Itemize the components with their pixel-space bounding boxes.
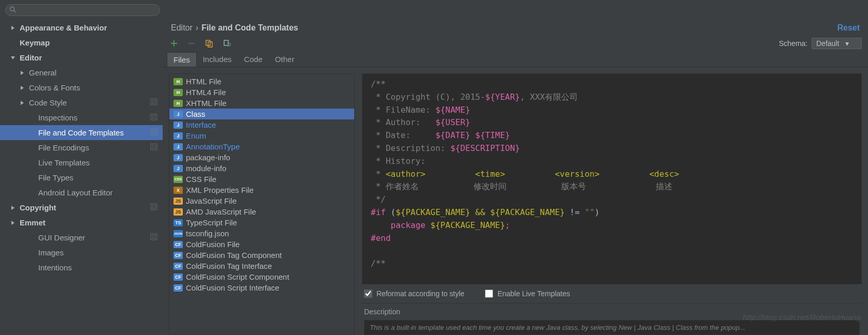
template-item-coldfusion-tag-interface[interactable]: CFColdFusion Tag Interface	[169, 261, 354, 271]
file-type-icon: H	[173, 89, 183, 96]
nav-item-gui-designer[interactable]: GUI Designer	[0, 230, 163, 245]
breadcrumb-sep: ›	[196, 23, 198, 33]
search-icon	[9, 6, 17, 14]
nav-item-label: Appearance & Behavior	[20, 23, 107, 32]
template-item-html4-file[interactable]: HHTML4 File	[169, 87, 354, 98]
reset-link[interactable]: Reset	[837, 23, 860, 33]
nav-item-android-layout-editor[interactable]: Android Layout Editor	[0, 185, 163, 200]
tab-other[interactable]: Other	[269, 52, 301, 67]
nav-item-general[interactable]: General	[0, 65, 163, 80]
file-type-icon: J	[173, 154, 183, 161]
description-text: This is a built-in template used each ti…	[364, 320, 860, 335]
template-item-coldfusion-file[interactable]: CFColdFusion File	[169, 239, 354, 250]
live-templates-checkbox-input[interactable]	[485, 290, 493, 298]
template-item-interface[interactable]: JInterface	[169, 119, 354, 130]
scope-icon	[150, 143, 157, 152]
template-item-coldfusion-script-interface[interactable]: CFColdFusion Script Interface	[169, 282, 354, 293]
breadcrumb-part: File and Code Templates	[201, 23, 298, 33]
template-item-html-file[interactable]: HHTML File	[169, 76, 354, 87]
nav-item-label: File and Code Templates	[38, 128, 124, 137]
nav-item-file-and-code-templates[interactable]: File and Code Templates	[0, 125, 163, 140]
svg-rect-7	[152, 130, 155, 133]
template-item-coldfusion-tag-component[interactable]: CFColdFusion Tag Component	[169, 250, 354, 261]
refresh-button[interactable]	[222, 38, 232, 49]
svg-rect-9	[152, 145, 155, 148]
scope-icon	[150, 98, 157, 107]
nav-item-editor[interactable]: Editor	[0, 50, 163, 65]
template-item-annotationtype[interactable]: JAnnotationType	[169, 141, 354, 152]
nav-item-intentions[interactable]: Intentions	[0, 260, 163, 275]
nav-item-emmet[interactable]: Emmet	[0, 215, 163, 230]
reformat-checkbox[interactable]: Reformat according to style	[364, 290, 464, 298]
file-type-icon: J	[173, 132, 183, 140]
template-item-typescript-file[interactable]: TSTypeScript File	[169, 217, 354, 228]
template-label: XML Properties File	[186, 186, 254, 194]
tab-bar: FilesIncludesCodeOther	[163, 52, 868, 67]
svg-rect-6	[151, 129, 157, 135]
template-item-class[interactable]: JClass	[169, 109, 354, 119]
tab-code[interactable]: Code	[238, 52, 269, 67]
template-list[interactable]: HHTML FileHHTML4 FileHXHTML FileJClassJI…	[169, 73, 355, 335]
reformat-checkbox-input[interactable]	[364, 290, 372, 298]
nav-item-keymap[interactable]: Keymap	[0, 35, 163, 50]
nav-item-code-style[interactable]: Code Style	[0, 95, 163, 110]
template-item-module-info[interactable]: Jmodule-info	[169, 163, 354, 174]
chevron-right-icon	[19, 99, 26, 106]
svg-rect-11	[152, 205, 155, 208]
tab-files[interactable]: Files	[167, 52, 197, 67]
add-button[interactable]	[169, 38, 179, 49]
template-label: ColdFusion Tag Interface	[186, 262, 272, 270]
nav-item-label: General	[29, 68, 56, 77]
nav-item-colors-fonts[interactable]: Colors & Fonts	[0, 80, 163, 95]
template-label: AMD JavaScript File	[186, 207, 256, 216]
nav-item-images[interactable]: Images	[0, 245, 163, 260]
remove-button[interactable]	[186, 38, 197, 49]
nav-item-label: Keymap	[20, 38, 50, 47]
schema-label: Schema:	[779, 39, 808, 48]
copy-button[interactable]	[204, 38, 214, 49]
template-item-css-file[interactable]: CSSCSS File	[169, 174, 354, 185]
nav-item-label: Android Layout Editor	[38, 188, 113, 197]
template-item-coldfusion-script-component[interactable]: CFColdFusion Script Component	[169, 271, 354, 282]
template-item-amd-javascript-file[interactable]: JSAMD JavaScript File	[169, 206, 354, 217]
file-type-icon: J	[173, 165, 183, 172]
nav-item-appearance-behavior[interactable]: Appearance & Behavior	[0, 20, 163, 35]
nav-item-file-encodings[interactable]: File Encodings	[0, 140, 163, 155]
template-item-enum[interactable]: JEnum	[169, 130, 354, 141]
template-label: TypeScript File	[186, 218, 237, 227]
template-item-javascript-file[interactable]: JSJavaScript File	[169, 195, 354, 206]
nav-item-label: File Types	[38, 173, 73, 182]
template-item-xhtml-file[interactable]: HXHTML File	[169, 98, 354, 109]
reformat-label: Reformat according to style	[376, 290, 464, 298]
template-item-tsconfig-json[interactable]: JSONtsconfig.json	[169, 228, 354, 239]
chevron-right-icon	[9, 219, 17, 226]
file-type-icon: CF	[173, 252, 183, 259]
live-templates-checkbox[interactable]: Enable Live Templates	[485, 290, 570, 298]
svg-rect-13	[152, 235, 155, 238]
file-type-icon: J	[173, 143, 183, 150]
template-label: HTML4 File	[186, 88, 226, 97]
nav-item-inspections[interactable]: Inspections	[0, 110, 163, 125]
scope-icon	[150, 113, 157, 122]
svg-line-1	[14, 10, 16, 12]
schema-select[interactable]: Default ▾	[812, 38, 862, 49]
file-type-icon: J	[173, 111, 183, 118]
nav-item-label: Live Templates	[38, 158, 90, 167]
tab-includes[interactable]: Includes	[197, 52, 238, 67]
nav-item-label: Inspections	[38, 113, 77, 122]
template-editor[interactable]: /** * Copyright (C), 2015-${YEAR}, XXX有限…	[362, 73, 862, 284]
nav-item-copyright[interactable]: Copyright	[0, 200, 163, 215]
file-type-icon: CF	[173, 273, 183, 281]
svg-rect-17	[224, 40, 228, 45]
file-type-icon: J	[173, 121, 183, 129]
svg-rect-4	[151, 114, 157, 120]
template-item-xml-properties-file[interactable]: XXML Properties File	[169, 185, 354, 195]
template-label: ColdFusion Tag Component	[186, 251, 282, 260]
svg-point-0	[10, 7, 14, 11]
search-input[interactable]	[5, 4, 160, 16]
template-item-package-info[interactable]: Jpackage-info	[169, 152, 354, 163]
nav-item-live-templates[interactable]: Live Templates	[0, 155, 163, 170]
breadcrumb: Editor › File and Code Templates Reset	[163, 18, 868, 36]
template-label: AnnotationType	[186, 142, 240, 151]
nav-item-file-types[interactable]: File Types	[0, 170, 163, 185]
